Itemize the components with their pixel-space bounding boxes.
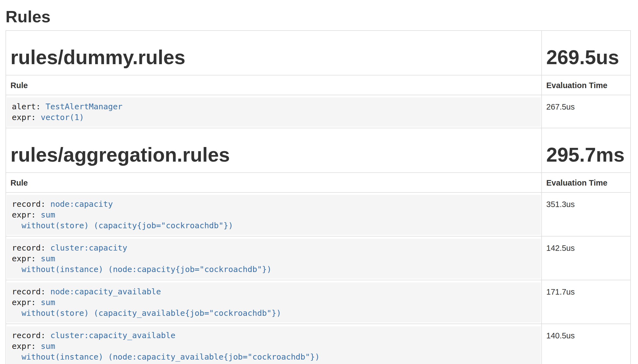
rule-evaluation-time-cell: 140.5us xyxy=(542,324,631,364)
rule-expression-link[interactable]: sum without(store) (capacity_available{j… xyxy=(12,298,281,318)
rule-row: record: cluster:capacity_available expr:… xyxy=(6,324,631,364)
rule-keyword-text: record: xyxy=(12,287,50,296)
group-evaluation-time: 269.5us xyxy=(546,46,626,68)
rule-keyword-text: expr: xyxy=(12,254,41,263)
rule-keyword-text: expr: xyxy=(12,210,41,219)
rule-definition: record: cluster:capacity_available expr:… xyxy=(7,326,541,364)
rule-keyword-text: expr: xyxy=(12,298,41,307)
rule-row: record: node:capacity_available expr: su… xyxy=(6,280,631,324)
rule-expression-link[interactable]: sum without(store) (capacity{job="cockro… xyxy=(12,210,233,230)
rule-expression-link[interactable]: cluster:capacity xyxy=(50,243,127,252)
rule-expression-link[interactable]: cluster:capacity_available xyxy=(50,331,175,340)
rule-keyword-text: record: xyxy=(12,243,50,252)
rule-evaluation-time-cell: 267.5us xyxy=(542,95,631,128)
rule-cell: alert: TestAlertManager expr: vector(1) xyxy=(6,95,542,128)
rule-expression-link[interactable]: sum without(instance) (node:capacity{job… xyxy=(12,254,272,274)
rule-definition: record: node:capacity expr: sum without(… xyxy=(7,195,541,235)
column-header-row: RuleEvaluation Time xyxy=(6,75,631,95)
group-file-name: rules/aggregation.rules xyxy=(10,144,537,166)
group-file-name: rules/dummy.rules xyxy=(10,46,537,68)
rule-expression-link[interactable]: node:capacity xyxy=(50,199,113,209)
rule-expression-link[interactable]: sum without(instance) (node:capacity_ava… xyxy=(12,341,320,362)
rule-row: record: cluster:capacity expr: sum witho… xyxy=(6,236,631,280)
column-header-evaluation-time: Evaluation Time xyxy=(542,75,631,95)
rule-cell: record: node:capacity expr: sum without(… xyxy=(6,192,542,236)
group-evaluation-time-cell: 269.5us xyxy=(542,31,631,75)
rule-keyword-text: alert: xyxy=(12,102,45,111)
rule-row: alert: TestAlertManager expr: vector(1)2… xyxy=(6,95,631,128)
rule-keyword-text: record: xyxy=(12,331,50,340)
rules-table-body: rules/dummy.rules269.5usRuleEvaluation T… xyxy=(6,31,631,364)
page-title: Rules xyxy=(6,8,631,26)
rule-definition: alert: TestAlertManager expr: vector(1) xyxy=(7,97,541,127)
column-header-evaluation-time: Evaluation Time xyxy=(542,173,631,192)
column-header-row: RuleEvaluation Time xyxy=(6,173,631,192)
group-file-cell: rules/aggregation.rules xyxy=(6,128,542,173)
rule-expression-link[interactable]: node:capacity_available xyxy=(50,287,161,296)
rule-row: record: node:capacity expr: sum without(… xyxy=(6,192,631,236)
group-evaluation-time: 295.7ms xyxy=(546,144,626,166)
rule-definition: record: node:capacity_available expr: su… xyxy=(7,282,541,322)
rule-evaluation-time-cell: 351.3us xyxy=(542,192,631,236)
rule-expression-link[interactable]: vector(1) xyxy=(41,113,84,122)
rule-keyword-text: expr: xyxy=(12,113,41,122)
rule-cell: record: cluster:capacity expr: sum witho… xyxy=(6,236,542,280)
rule-definition: record: cluster:capacity expr: sum witho… xyxy=(7,239,541,279)
rule-evaluation-time-cell: 171.7us xyxy=(542,280,631,324)
rule-keyword-text: record: xyxy=(12,199,50,209)
rule-evaluation-time-cell: 142.5us xyxy=(542,236,631,280)
rules-page: Rules rules/dummy.rules269.5usRuleEvalua… xyxy=(0,8,638,364)
rule-cell: record: cluster:capacity_available expr:… xyxy=(6,324,542,364)
group-evaluation-time-cell: 295.7ms xyxy=(542,128,631,173)
rule-group-header-row: rules/aggregation.rules295.7ms xyxy=(6,128,631,173)
rule-expression-link[interactable]: TestAlertManager xyxy=(45,102,122,111)
column-header-rule: Rule xyxy=(6,75,542,95)
rules-table: rules/dummy.rules269.5usRuleEvaluation T… xyxy=(6,30,631,364)
rule-keyword-text: expr: xyxy=(12,341,41,351)
group-file-cell: rules/dummy.rules xyxy=(6,31,542,75)
column-header-rule: Rule xyxy=(6,173,542,192)
rule-cell: record: node:capacity_available expr: su… xyxy=(6,280,542,324)
rule-group-header-row: rules/dummy.rules269.5us xyxy=(6,31,631,75)
